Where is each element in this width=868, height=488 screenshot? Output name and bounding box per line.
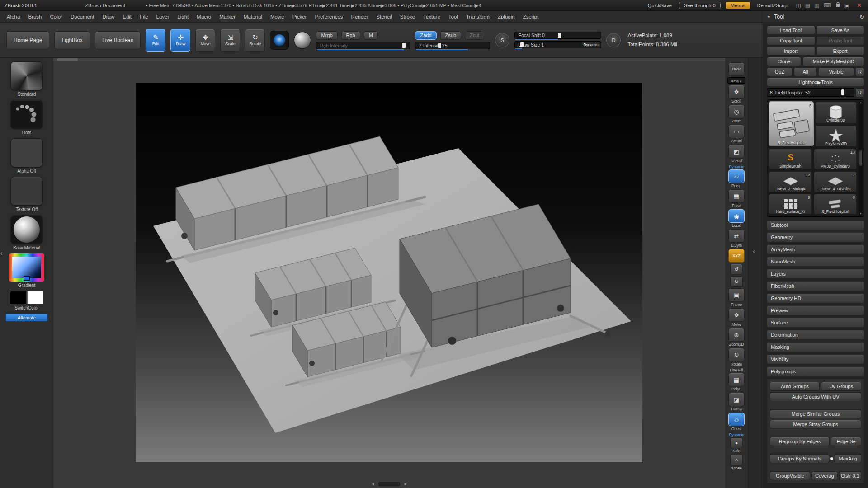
- tool-thumb-hard-surface[interactable]: 9 Hard_surface_Ki: [769, 194, 812, 215]
- monitor-icon[interactable]: ▣: [844, 2, 849, 9]
- actual-button[interactable]: ▭: [728, 125, 745, 138]
- scroll-down-icon[interactable]: ▼: [859, 212, 862, 215]
- auto-groups-button[interactable]: Auto Groups: [770, 382, 820, 391]
- section-deformation[interactable]: Deformation: [767, 330, 864, 340]
- tool-palette-header[interactable]: ✦ Tool ↻: [763, 11, 868, 23]
- copy-tool-button[interactable]: Copy Tool: [767, 36, 815, 45]
- menu-file[interactable]: File: [136, 11, 152, 22]
- coverage-slider[interactable]: Coverag: [811, 471, 837, 480]
- canvas-area[interactable]: ◄ ►: [53, 58, 725, 488]
- menu-transform[interactable]: Transform: [462, 11, 494, 22]
- section-geometry-hd[interactable]: Geometry HD: [767, 293, 864, 303]
- clone-button[interactable]: Clone: [767, 57, 801, 66]
- draw-size-dial[interactable]: D: [606, 33, 621, 47]
- focal-shift-handle[interactable]: [558, 33, 561, 38]
- tool-r-button[interactable]: R: [855, 88, 864, 97]
- section-layers[interactable]: Layers: [767, 269, 864, 279]
- polyf-button[interactable]: ▦: [728, 373, 745, 386]
- rotate-mode-button[interactable]: ↻ Rotate: [245, 29, 265, 52]
- spin-left-button[interactable]: ↺: [730, 264, 743, 275]
- move-mode-button[interactable]: ✥ Move: [195, 29, 215, 52]
- menu-zplugin[interactable]: Zplugin: [494, 11, 519, 22]
- brush-selector[interactable]: [10, 61, 43, 90]
- paste-tool-button[interactable]: Paste Tool: [816, 36, 865, 45]
- stroke-selector[interactable]: [10, 100, 43, 129]
- tool-thumb-fieldhospital2[interactable]: 6 8_FieldHospital: [814, 194, 857, 215]
- goz-button[interactable]: GoZ: [767, 67, 793, 76]
- maxangle-slider-handle[interactable]: [830, 457, 833, 460]
- groups-by-normals-button[interactable]: Groups By Normals: [770, 454, 829, 463]
- zoom3d-button[interactable]: ⊕: [728, 328, 745, 342]
- max-angle-slider[interactable]: MaxAng: [835, 454, 861, 463]
- rgb-intensity-handle[interactable]: [402, 43, 406, 48]
- keyboard-icon[interactable]: ⌨: [823, 2, 831, 9]
- scale-mode-button[interactable]: ⇲ Scale: [220, 29, 240, 52]
- merge-similar-groups-button[interactable]: Merge Similar Groups: [770, 409, 861, 418]
- section-arraymesh[interactable]: ArrayMesh: [767, 244, 864, 254]
- menu-alpha[interactable]: Alpha: [3, 11, 24, 22]
- z-intensity-handle[interactable]: [438, 43, 441, 48]
- merge-stray-groups-button[interactable]: Merge Stray Groups: [770, 420, 861, 429]
- bpr-button[interactable]: BPR: [728, 62, 745, 76]
- menu-document[interactable]: Document: [66, 11, 98, 22]
- focal-shift-slider[interactable]: Focal Shift 0: [514, 32, 601, 39]
- menu-macro[interactable]: Macro: [193, 11, 215, 22]
- cluster-slider[interactable]: Clstr 0.1: [839, 471, 862, 480]
- lsym-button[interactable]: ⇄: [728, 229, 745, 243]
- menu-material[interactable]: Material: [240, 11, 266, 22]
- m-button[interactable]: M: [364, 31, 378, 40]
- menu-stencil[interactable]: Stencil: [372, 11, 396, 22]
- section-fibermesh[interactable]: FiberMesh: [767, 281, 864, 291]
- tool-thumb-pm3d-cylinder[interactable]: 13 PM3D_Cylinder3: [814, 149, 857, 169]
- rotate-3d-button[interactable]: ↻: [728, 348, 745, 361]
- auto-groups-with-uv-button[interactable]: Auto Groups With UV: [770, 392, 861, 401]
- menu-picker[interactable]: Picker: [288, 11, 311, 22]
- persp-button[interactable]: ▱: [728, 169, 745, 183]
- z-intensity-slider[interactable]: Z Intensity 25: [415, 42, 490, 49]
- solo-button[interactable]: ●: [730, 437, 743, 448]
- spin-right-button[interactable]: ↻: [730, 276, 743, 287]
- section-nanomesh[interactable]: NanoMesh: [767, 257, 864, 267]
- section-preview[interactable]: Preview: [767, 305, 864, 315]
- menu-stroke[interactable]: Stroke: [396, 11, 419, 22]
- alpha-selector[interactable]: [10, 138, 43, 167]
- rgb-intensity-slider[interactable]: Rgb Intensity: [316, 42, 410, 49]
- refresh-icon[interactable]: ↻: [859, 14, 864, 20]
- lightbox-tools-button[interactable]: Lightbox▶Tools: [767, 78, 864, 87]
- scroll-up-icon[interactable]: ▲: [859, 101, 862, 104]
- tool-thumb-polymesh3d[interactable]: PolyMesh3D: [815, 125, 857, 147]
- aahalf-button[interactable]: ◩: [728, 145, 745, 158]
- zcut-button[interactable]: Zcut: [465, 31, 484, 40]
- local-button[interactable]: ◉: [728, 209, 745, 223]
- ghost-button[interactable]: ◇: [728, 413, 745, 426]
- menu-zscript[interactable]: Zscript: [519, 11, 543, 22]
- tool-thumb-new2-biologic[interactable]: 13 _NEW_2_Biologic: [769, 171, 812, 192]
- goz-all-button[interactable]: All: [794, 67, 817, 76]
- zsub-button[interactable]: Zsub: [440, 31, 461, 40]
- scroll-right-arrow[interactable]: ►: [404, 482, 408, 486]
- menu-light[interactable]: Light: [173, 11, 193, 22]
- right-tray-collapse-arrow[interactable]: ‹: [753, 248, 755, 254]
- section-masking[interactable]: Masking: [767, 342, 864, 352]
- draw-mode-button[interactable]: ✛ Draw: [170, 29, 190, 52]
- uv-groups-button[interactable]: Uv Groups: [821, 382, 861, 391]
- zoom-button[interactable]: ◎: [728, 105, 745, 118]
- menu-layer[interactable]: Layer: [152, 11, 174, 22]
- draw-size-handle[interactable]: [520, 42, 524, 47]
- color-picker[interactable]: [9, 253, 44, 282]
- zadd-button[interactable]: Zadd: [415, 31, 436, 40]
- home-page-button[interactable]: Home Page: [6, 31, 49, 49]
- scroll-button[interactable]: ✥: [728, 85, 745, 99]
- tool-thumb-current[interactable]: 6 8_FieldHospital: [769, 102, 813, 146]
- color-picker-sv-area[interactable]: [12, 257, 41, 278]
- lightbox-button[interactable]: LightBox: [54, 31, 90, 49]
- rows-icon[interactable]: ▥: [814, 2, 819, 9]
- goz-visible-button[interactable]: Visible: [818, 67, 854, 76]
- dynamic-draw-size-toggle[interactable]: Dynamic: [582, 42, 599, 47]
- active-tool-slider[interactable]: 8_FieldHospital. 52: [767, 88, 854, 97]
- rgb-button[interactable]: Rgb: [341, 31, 360, 40]
- section-geometry[interactable]: Geometry: [767, 232, 864, 242]
- make-polymesh3d-button[interactable]: Make PolyMesh3D: [802, 57, 864, 66]
- edge-smoothness-button[interactable]: Edge Se: [831, 437, 861, 446]
- material-selector[interactable]: [10, 215, 43, 244]
